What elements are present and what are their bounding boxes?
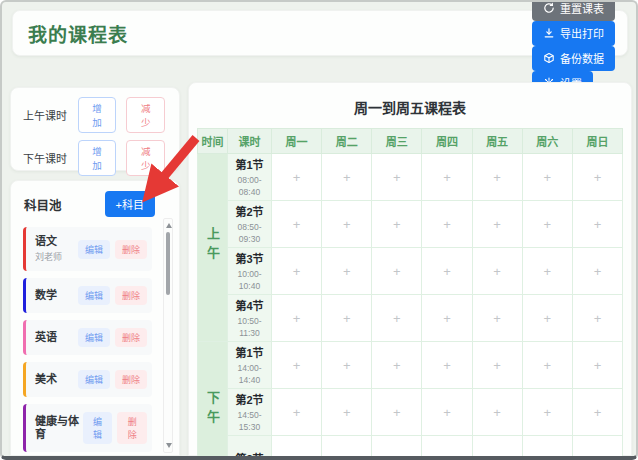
schedule-slot-cell[interactable]: + — [422, 436, 472, 460]
period-time-start: 08:50- — [228, 221, 271, 233]
schedule-slot-cell[interactable]: + — [522, 342, 572, 389]
schedule-slot-cell[interactable]: + — [422, 342, 472, 389]
schedule-slot-cell[interactable]: + — [572, 389, 622, 436]
schedule-slot-cell[interactable]: + — [272, 436, 322, 460]
period-time-start: 10:00- — [228, 268, 271, 280]
schedule-slot-cell[interactable]: + — [322, 248, 372, 295]
header-button-refresh[interactable]: 重置课表 — [532, 0, 615, 21]
schedule-slot-cell[interactable]: + — [472, 248, 522, 295]
schedule-slot-cell[interactable]: + — [322, 295, 372, 342]
edit-subject-button[interactable]: 编辑 — [83, 412, 113, 444]
schedule-slot-cell[interactable]: + — [272, 295, 322, 342]
schedule-slot-cell[interactable]: + — [472, 154, 522, 201]
schedule-slot-cell[interactable]: + — [322, 342, 372, 389]
delete-subject-button[interactable]: 删除 — [115, 240, 147, 259]
timetable-row: 第3节10:00-10:40+++++++ — [198, 248, 623, 295]
scroll-up-arrow-icon[interactable] — [166, 223, 172, 228]
box-icon — [543, 52, 555, 64]
period-time-end: 09:30 — [228, 233, 271, 245]
subject-pool-header: 科目池 +科目 — [11, 181, 179, 226]
delete-subject-button[interactable]: 删除 — [115, 286, 147, 305]
schedule-slot-cell[interactable]: + — [522, 389, 572, 436]
schedule-slot-cell[interactable]: + — [272, 389, 322, 436]
schedule-slot-cell[interactable]: + — [422, 248, 472, 295]
schedule-slot-cell[interactable]: + — [472, 436, 522, 460]
schedule-slot-cell[interactable]: + — [572, 154, 622, 201]
timetable-row: 第2节14:50-15:30+++++++ — [198, 389, 623, 436]
schedule-slot-cell[interactable]: + — [572, 248, 622, 295]
schedule-slot-cell[interactable]: + — [372, 389, 422, 436]
period-control-label: 上午课时 — [23, 107, 78, 123]
timetable-section-cell: 下午 — [198, 342, 228, 460]
timetable-column-header: 周一 — [272, 129, 322, 154]
subject-teacher: 刘老师 — [35, 250, 62, 263]
edit-subject-button[interactable]: 编辑 — [78, 328, 110, 347]
period-name: 第1节 — [228, 156, 271, 172]
schedule-slot-cell[interactable]: + — [572, 436, 622, 460]
subject-item[interactable]: 美术编辑删除 — [23, 362, 152, 397]
schedule-slot-cell[interactable]: + — [322, 154, 372, 201]
edit-subject-button[interactable]: 编辑 — [78, 240, 110, 259]
period-control-label: 下午课时 — [23, 150, 78, 166]
decrease-button[interactable]: 减少 — [126, 140, 165, 176]
schedule-slot-cell[interactable]: + — [372, 201, 422, 248]
schedule-slot-cell[interactable]: + — [572, 201, 622, 248]
schedule-slot-cell[interactable]: + — [522, 154, 572, 201]
subject-item[interactable]: 语文刘老师编辑删除 — [23, 227, 152, 271]
schedule-slot-cell[interactable]: + — [372, 295, 422, 342]
header-button-download[interactable]: 导出打印 — [532, 21, 615, 46]
schedule-slot-cell[interactable]: + — [522, 248, 572, 295]
schedule-slot-cell[interactable]: + — [272, 342, 322, 389]
schedule-slot-cell[interactable]: + — [322, 436, 372, 460]
page-title: 我的课程表 — [28, 20, 128, 47]
subject-item[interactable]: 英语编辑删除 — [23, 320, 152, 355]
schedule-slot-cell[interactable]: + — [322, 201, 372, 248]
schedule-slot-cell[interactable]: + — [522, 201, 572, 248]
schedule-slot-cell[interactable]: + — [522, 436, 572, 460]
decrease-button[interactable]: 减少 — [126, 97, 165, 133]
schedule-slot-cell[interactable]: + — [522, 295, 572, 342]
timetable-column-header: 周六 — [522, 129, 572, 154]
period-name: 第3节 — [228, 450, 271, 460]
schedule-slot-cell[interactable]: + — [572, 342, 622, 389]
increase-button[interactable]: 增加 — [78, 140, 117, 176]
delete-subject-button[interactable]: 删除 — [115, 370, 147, 389]
scroll-down-arrow-icon[interactable] — [166, 443, 172, 448]
schedule-slot-cell[interactable]: + — [272, 248, 322, 295]
period-time-start: 08:00- — [228, 174, 271, 186]
edit-subject-button[interactable]: 编辑 — [78, 370, 110, 389]
edit-subject-button[interactable]: 编辑 — [78, 286, 110, 305]
schedule-slot-cell[interactable]: + — [322, 389, 372, 436]
period-cell: 第4节10:50-11:30 — [228, 295, 272, 342]
subject-item[interactable]: 数学编辑删除 — [23, 278, 152, 313]
schedule-slot-cell[interactable]: + — [472, 201, 522, 248]
schedule-slot-cell[interactable]: + — [472, 342, 522, 389]
timetable-title: 周一到周五课程表 — [197, 83, 623, 128]
schedule-slot-cell[interactable]: + — [372, 154, 422, 201]
schedule-slot-cell[interactable]: + — [372, 342, 422, 389]
schedule-slot-cell[interactable]: + — [422, 295, 472, 342]
schedule-slot-cell[interactable]: + — [422, 201, 472, 248]
schedule-slot-cell[interactable]: + — [372, 436, 422, 460]
scrollbar-thumb[interactable] — [166, 232, 170, 295]
schedule-slot-cell[interactable]: + — [472, 295, 522, 342]
schedule-slot-cell[interactable]: + — [422, 154, 472, 201]
period-control-row: 上午课时增加减少 — [23, 97, 167, 133]
subject-list-scrollbar[interactable] — [163, 218, 173, 453]
schedule-slot-cell[interactable]: + — [422, 389, 472, 436]
schedule-slot-cell[interactable]: + — [472, 389, 522, 436]
delete-subject-button[interactable]: 删除 — [117, 412, 147, 444]
schedule-slot-cell[interactable]: + — [272, 201, 322, 248]
app-window: 我的课程表 查看教程重置课表导出打印备份数据设置 上午课时增加减少下午课时增加减… — [0, 0, 638, 460]
increase-button[interactable]: 增加 — [78, 97, 117, 133]
delete-subject-button[interactable]: 删除 — [115, 328, 147, 347]
timetable-column-header: 周二 — [322, 129, 372, 154]
schedule-slot-cell[interactable]: + — [272, 154, 322, 201]
subject-info: 数学 — [35, 289, 57, 302]
refresh-icon — [543, 2, 555, 14]
subject-item[interactable]: 健康与体育编辑删除 — [23, 404, 152, 452]
schedule-slot-cell[interactable]: + — [572, 295, 622, 342]
add-subject-button[interactable]: +科目 — [105, 191, 155, 217]
header-button-box[interactable]: 备份数据 — [532, 46, 615, 71]
schedule-slot-cell[interactable]: + — [372, 248, 422, 295]
